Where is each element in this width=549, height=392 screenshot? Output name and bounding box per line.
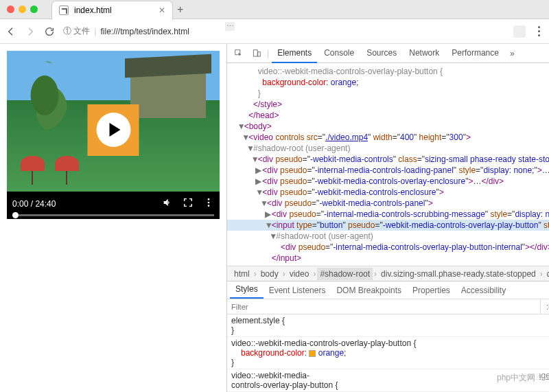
dom-node[interactable]: ▼<body> (227, 121, 549, 132)
styles-tab-dom-breakpoints[interactable]: DOM Breakpoints (331, 282, 407, 299)
browser-tab[interactable]: index.html ✕ (51, 1, 173, 20)
dom-node[interactable]: ▼#shadow-root (user-agent) (227, 231, 549, 242)
svg-rect-5 (258, 51, 261, 56)
file-icon (59, 5, 69, 15)
devtools-tab-network[interactable]: Network (404, 44, 445, 63)
filter-btn[interactable]: :hov (544, 302, 549, 312)
devtools-toolbar: | ElementsConsoleSourcesNetworkPerforman… (227, 44, 549, 63)
dom-node[interactable]: <div pseudo="-internal-media-controls-ov… (227, 242, 549, 253)
video-player[interactable]: 0:00 / 24:40 (7, 51, 220, 219)
dom-node[interactable]: } (227, 88, 549, 99)
more-icon[interactable] (203, 197, 214, 210)
dom-node[interactable]: </input> (227, 253, 549, 264)
volume-icon[interactable] (162, 197, 173, 210)
address-bar: ① 文件 | file:///tmp/test/index.html (0, 19, 549, 44)
maximize-window-icon[interactable] (30, 5, 38, 13)
breadcrumb-item[interactable]: div.sizing-small.phase-ready.state-stopp… (378, 268, 539, 280)
dom-tree[interactable]: video::-webkit-media-controls-overlay-pl… (227, 63, 549, 266)
styles-filter-input[interactable] (227, 303, 540, 311)
svg-point-2 (208, 205, 210, 207)
dom-node[interactable]: ▶<div pseudo="-webkit-media-controls-ove… (227, 176, 549, 187)
forward-icon (25, 26, 36, 37)
new-tab-button[interactable]: + (173, 3, 188, 16)
collapsed-marker-icon: ⋯ (225, 22, 235, 31)
dom-node[interactable]: ▼<video controls src="./video.mp4" width… (227, 132, 549, 143)
tab-title: index.html (74, 5, 112, 15)
device-toggle-icon[interactable] (249, 46, 264, 61)
devtools-tab-console[interactable]: Console (318, 44, 360, 63)
css-rule[interactable]: element.style {} (227, 314, 549, 337)
url-prefix: ① 文件 (63, 25, 90, 37)
dom-node[interactable]: background-color: orange; (227, 77, 549, 88)
inspect-icon[interactable] (231, 46, 246, 61)
more-tabs-icon[interactable]: » (510, 49, 515, 58)
video-progress[interactable] (12, 214, 214, 216)
url-field[interactable]: ① 文件 | file:///tmp/test/index.html (63, 25, 505, 37)
dom-node[interactable]: </style> (227, 99, 549, 110)
extensions-icon[interactable] (513, 25, 526, 38)
dom-node[interactable]: ▼<div pseudo="-webkit-media-controls-enc… (227, 187, 549, 198)
dom-node[interactable]: ▼#shadow-root (user-agent) (227, 143, 549, 154)
devtools-panel: | ElementsConsoleSourcesNetworkPerforman… (226, 44, 549, 392)
styles-tab-properties[interactable]: Properties (407, 282, 456, 299)
close-tab-icon[interactable]: ✕ (159, 5, 165, 15)
dom-node[interactable]: ▶<div pseudo="-internal-media-controls-s… (227, 209, 549, 220)
reload-icon[interactable] (44, 26, 55, 37)
back-icon[interactable] (5, 26, 16, 37)
breadcrumb[interactable]: html›body›video›#shadow-root›div.sizing-… (227, 266, 549, 281)
play-icon (109, 123, 120, 137)
dom-node[interactable]: ▼<div pseudo="-webkit-media-controls-pan… (227, 198, 549, 209)
dom-node[interactable]: ▼<input type="button" pseudo="-webkit-me… (227, 220, 549, 231)
css-rule[interactable]: video::-webkit-media-controls-overlay-pl… (227, 337, 549, 369)
url-path: file:///tmp/test/index.html (100, 27, 189, 36)
breadcrumb-item[interactable]: div (544, 268, 549, 280)
video-time: 0:00 / 24:40 (12, 199, 56, 209)
devtools-tab-elements[interactable]: Elements (272, 44, 317, 63)
overlay-play-button[interactable] (88, 104, 139, 156)
minimize-window-icon[interactable] (19, 5, 26, 13)
dom-node[interactable]: ▶<div pseudo="-internal-media-controls-l… (227, 165, 549, 176)
svg-rect-4 (253, 49, 257, 56)
svg-point-1 (208, 202, 210, 204)
browser-menu-icon[interactable] (534, 26, 544, 36)
video-controls: 0:00 / 24:40 (7, 192, 220, 219)
styles-tabs: StylesEvent ListenersDOM BreakpointsProp… (227, 281, 549, 299)
devtools-tab-performance[interactable]: Performance (446, 44, 504, 63)
dom-node[interactable]: </head> (227, 110, 549, 121)
fullscreen-icon[interactable] (183, 197, 194, 210)
styles-tab-event-listeners[interactable]: Event Listeners (264, 282, 331, 299)
breadcrumb-item[interactable]: video (287, 268, 312, 280)
window-titlebar: index.html ✕ + (0, 0, 549, 19)
devtools-tabs: ElementsConsoleSourcesNetworkPerformance (272, 44, 504, 63)
close-window-icon[interactable] (7, 5, 14, 13)
dom-node[interactable]: video::-webkit-media-controls-overlay-pl… (227, 66, 549, 77)
styles-tab-styles[interactable]: Styles (230, 281, 264, 299)
breadcrumb-item[interactable]: html (231, 268, 253, 280)
page-viewport: 0:00 / 24:40 (0, 44, 226, 392)
dom-node[interactable]: ▼<div pseudo="-webkit-media-controls" cl… (227, 154, 549, 165)
devtools-tab-sources[interactable]: Sources (361, 44, 402, 63)
watermark: php中文网 (493, 371, 539, 385)
breadcrumb-item[interactable]: body (258, 268, 281, 280)
traffic-lights (0, 5, 45, 13)
breadcrumb-item[interactable]: #shadow-root (317, 268, 373, 280)
styles-tab-accessibility[interactable]: Accessibility (456, 282, 511, 299)
svg-point-0 (208, 198, 210, 200)
